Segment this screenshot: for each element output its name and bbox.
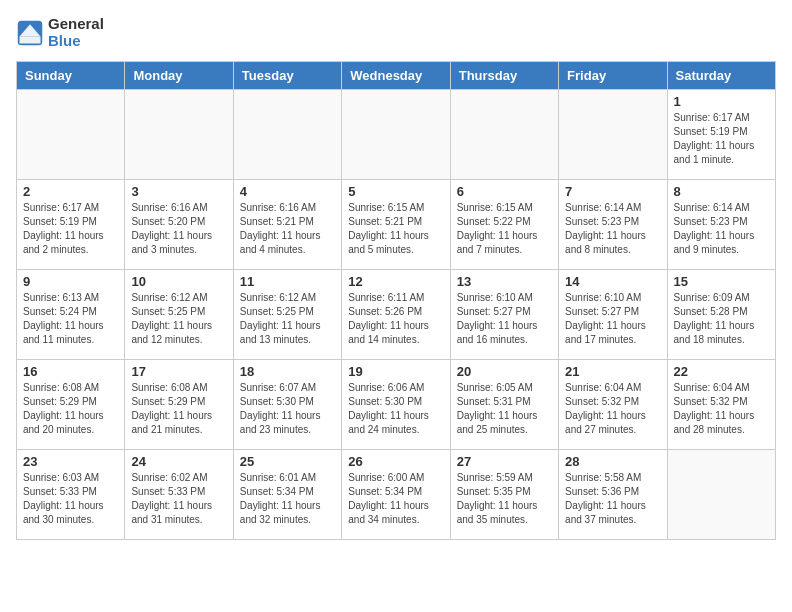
week-row-3: 9Sunrise: 6:13 AM Sunset: 5:24 PM Daylig… (17, 270, 776, 360)
day-number: 28 (565, 454, 660, 469)
day-number: 11 (240, 274, 335, 289)
day-number: 13 (457, 274, 552, 289)
day-number: 23 (23, 454, 118, 469)
calendar-cell (233, 90, 341, 180)
logo-text: General Blue (48, 16, 104, 49)
day-info: Sunrise: 6:11 AM Sunset: 5:26 PM Dayligh… (348, 291, 443, 347)
day-info: Sunrise: 6:07 AM Sunset: 5:30 PM Dayligh… (240, 381, 335, 437)
day-number: 20 (457, 364, 552, 379)
calendar-cell: 3Sunrise: 6:16 AM Sunset: 5:20 PM Daylig… (125, 180, 233, 270)
calendar-cell (559, 90, 667, 180)
calendar-cell (125, 90, 233, 180)
calendar-cell: 16Sunrise: 6:08 AM Sunset: 5:29 PM Dayli… (17, 360, 125, 450)
day-info: Sunrise: 6:09 AM Sunset: 5:28 PM Dayligh… (674, 291, 769, 347)
week-row-5: 23Sunrise: 6:03 AM Sunset: 5:33 PM Dayli… (17, 450, 776, 540)
calendar-cell: 15Sunrise: 6:09 AM Sunset: 5:28 PM Dayli… (667, 270, 775, 360)
logo-icon (16, 19, 44, 47)
calendar-cell: 11Sunrise: 6:12 AM Sunset: 5:25 PM Dayli… (233, 270, 341, 360)
calendar-cell: 24Sunrise: 6:02 AM Sunset: 5:33 PM Dayli… (125, 450, 233, 540)
day-number: 16 (23, 364, 118, 379)
day-number: 27 (457, 454, 552, 469)
header-friday: Friday (559, 62, 667, 90)
calendar-cell: 17Sunrise: 6:08 AM Sunset: 5:29 PM Dayli… (125, 360, 233, 450)
calendar-cell: 12Sunrise: 6:11 AM Sunset: 5:26 PM Dayli… (342, 270, 450, 360)
day-info: Sunrise: 6:01 AM Sunset: 5:34 PM Dayligh… (240, 471, 335, 527)
calendar-cell: 6Sunrise: 6:15 AM Sunset: 5:22 PM Daylig… (450, 180, 558, 270)
calendar-cell: 9Sunrise: 6:13 AM Sunset: 5:24 PM Daylig… (17, 270, 125, 360)
day-info: Sunrise: 6:17 AM Sunset: 5:19 PM Dayligh… (674, 111, 769, 167)
calendar-cell: 28Sunrise: 5:58 AM Sunset: 5:36 PM Dayli… (559, 450, 667, 540)
day-info: Sunrise: 6:08 AM Sunset: 5:29 PM Dayligh… (23, 381, 118, 437)
day-info: Sunrise: 6:06 AM Sunset: 5:30 PM Dayligh… (348, 381, 443, 437)
day-number: 1 (674, 94, 769, 109)
svg-rect-2 (20, 36, 41, 43)
day-info: Sunrise: 6:14 AM Sunset: 5:23 PM Dayligh… (565, 201, 660, 257)
day-info: Sunrise: 6:15 AM Sunset: 5:22 PM Dayligh… (457, 201, 552, 257)
day-number: 18 (240, 364, 335, 379)
day-number: 2 (23, 184, 118, 199)
day-number: 14 (565, 274, 660, 289)
calendar-cell: 8Sunrise: 6:14 AM Sunset: 5:23 PM Daylig… (667, 180, 775, 270)
header-saturday: Saturday (667, 62, 775, 90)
calendar-cell: 26Sunrise: 6:00 AM Sunset: 5:34 PM Dayli… (342, 450, 450, 540)
day-info: Sunrise: 6:02 AM Sunset: 5:33 PM Dayligh… (131, 471, 226, 527)
calendar-cell: 27Sunrise: 5:59 AM Sunset: 5:35 PM Dayli… (450, 450, 558, 540)
week-row-1: 1Sunrise: 6:17 AM Sunset: 5:19 PM Daylig… (17, 90, 776, 180)
calendar-cell: 14Sunrise: 6:10 AM Sunset: 5:27 PM Dayli… (559, 270, 667, 360)
header: General Blue (16, 16, 776, 49)
header-wednesday: Wednesday (342, 62, 450, 90)
calendar-cell: 2Sunrise: 6:17 AM Sunset: 5:19 PM Daylig… (17, 180, 125, 270)
day-info: Sunrise: 6:13 AM Sunset: 5:24 PM Dayligh… (23, 291, 118, 347)
calendar-cell: 22Sunrise: 6:04 AM Sunset: 5:32 PM Dayli… (667, 360, 775, 450)
day-number: 15 (674, 274, 769, 289)
calendar-cell: 5Sunrise: 6:15 AM Sunset: 5:21 PM Daylig… (342, 180, 450, 270)
calendar-cell (450, 90, 558, 180)
week-row-2: 2Sunrise: 6:17 AM Sunset: 5:19 PM Daylig… (17, 180, 776, 270)
calendar-cell (667, 450, 775, 540)
calendar-header-row: SundayMondayTuesdayWednesdayThursdayFrid… (17, 62, 776, 90)
day-number: 7 (565, 184, 660, 199)
day-number: 4 (240, 184, 335, 199)
day-number: 26 (348, 454, 443, 469)
day-info: Sunrise: 6:12 AM Sunset: 5:25 PM Dayligh… (240, 291, 335, 347)
day-number: 12 (348, 274, 443, 289)
day-number: 8 (674, 184, 769, 199)
day-info: Sunrise: 6:16 AM Sunset: 5:21 PM Dayligh… (240, 201, 335, 257)
header-thursday: Thursday (450, 62, 558, 90)
header-tuesday: Tuesday (233, 62, 341, 90)
day-number: 22 (674, 364, 769, 379)
day-number: 10 (131, 274, 226, 289)
day-info: Sunrise: 6:04 AM Sunset: 5:32 PM Dayligh… (565, 381, 660, 437)
calendar-cell: 1Sunrise: 6:17 AM Sunset: 5:19 PM Daylig… (667, 90, 775, 180)
day-info: Sunrise: 6:14 AM Sunset: 5:23 PM Dayligh… (674, 201, 769, 257)
day-number: 17 (131, 364, 226, 379)
day-number: 9 (23, 274, 118, 289)
day-info: Sunrise: 6:17 AM Sunset: 5:19 PM Dayligh… (23, 201, 118, 257)
calendar-cell: 18Sunrise: 6:07 AM Sunset: 5:30 PM Dayli… (233, 360, 341, 450)
logo: General Blue (16, 16, 104, 49)
week-row-4: 16Sunrise: 6:08 AM Sunset: 5:29 PM Dayli… (17, 360, 776, 450)
day-info: Sunrise: 6:16 AM Sunset: 5:20 PM Dayligh… (131, 201, 226, 257)
calendar-cell: 7Sunrise: 6:14 AM Sunset: 5:23 PM Daylig… (559, 180, 667, 270)
header-sunday: Sunday (17, 62, 125, 90)
calendar-table: SundayMondayTuesdayWednesdayThursdayFrid… (16, 61, 776, 540)
calendar-cell: 13Sunrise: 6:10 AM Sunset: 5:27 PM Dayli… (450, 270, 558, 360)
day-number: 3 (131, 184, 226, 199)
day-info: Sunrise: 6:00 AM Sunset: 5:34 PM Dayligh… (348, 471, 443, 527)
day-info: Sunrise: 5:58 AM Sunset: 5:36 PM Dayligh… (565, 471, 660, 527)
calendar-cell: 19Sunrise: 6:06 AM Sunset: 5:30 PM Dayli… (342, 360, 450, 450)
header-monday: Monday (125, 62, 233, 90)
day-number: 6 (457, 184, 552, 199)
day-number: 21 (565, 364, 660, 379)
day-info: Sunrise: 6:10 AM Sunset: 5:27 PM Dayligh… (565, 291, 660, 347)
day-info: Sunrise: 6:10 AM Sunset: 5:27 PM Dayligh… (457, 291, 552, 347)
day-number: 5 (348, 184, 443, 199)
calendar-cell: 20Sunrise: 6:05 AM Sunset: 5:31 PM Dayli… (450, 360, 558, 450)
day-info: Sunrise: 6:12 AM Sunset: 5:25 PM Dayligh… (131, 291, 226, 347)
calendar-cell: 23Sunrise: 6:03 AM Sunset: 5:33 PM Dayli… (17, 450, 125, 540)
day-number: 19 (348, 364, 443, 379)
calendar-cell: 25Sunrise: 6:01 AM Sunset: 5:34 PM Dayli… (233, 450, 341, 540)
day-info: Sunrise: 6:03 AM Sunset: 5:33 PM Dayligh… (23, 471, 118, 527)
calendar-cell (17, 90, 125, 180)
day-number: 24 (131, 454, 226, 469)
